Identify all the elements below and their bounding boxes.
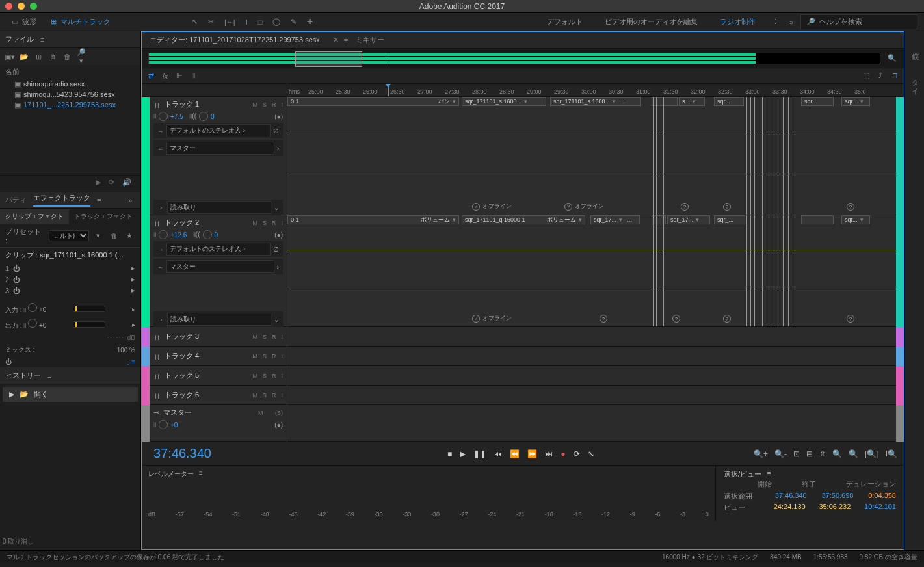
workspace-video[interactable]: ビデオ用のオーディオを編集 <box>596 17 707 27</box>
file-row[interactable]: shimoqu...5423.954756.sesx <box>0 89 140 99</box>
clip[interactable]: sqr... <box>841 97 870 106</box>
right-tab-create[interactable]: 作成 <box>905 43 924 51</box>
clip[interactable]: sqr_171101_s 1600... <box>462 97 546 106</box>
track-lane-6[interactable] <box>287 386 896 405</box>
monitor-btn[interactable]: I <box>281 101 283 108</box>
view-dur[interactable]: 10:42.101 <box>864 503 896 512</box>
upload-icon[interactable]: ⤴ <box>875 72 886 80</box>
clip[interactable]: sqr_171101_s 1600... … <box>550 97 641 106</box>
files-column-name[interactable]: 名前 <box>0 65 140 79</box>
sel-end[interactable]: 37:50.698 <box>821 492 853 501</box>
lasso-tool-icon[interactable]: ◯ <box>269 18 284 26</box>
view-start[interactable]: 24:24.130 <box>774 503 806 512</box>
move-tool-icon[interactable]: ↖ <box>189 18 201 26</box>
track1-output[interactable]: マスター› <box>153 140 283 156</box>
track-lane-2[interactable]: 0 1ボリューム sqr_171101_q 16000 1ボリューム sqr_1… <box>287 215 896 327</box>
clip[interactable]: 0 1パン <box>287 97 459 106</box>
view-end[interactable]: 35:06.232 <box>819 503 851 512</box>
close-file-icon[interactable]: 🗎 <box>47 53 59 60</box>
open-file-icon[interactable]: 📂 <box>18 53 30 61</box>
preset-select[interactable]: ...ルト) <box>49 230 89 241</box>
heal-tool-icon[interactable]: ✚ <box>304 18 316 26</box>
sel-start[interactable]: 37:46.340 <box>775 492 807 501</box>
zoom-in-h-icon[interactable]: 🔍+ <box>754 449 768 458</box>
zoom-sel-icon[interactable]: ⊟ <box>806 449 813 458</box>
view-multitrack[interactable]: ⊞マルチトラック <box>46 15 116 29</box>
track1-automation[interactable]: ›読み取り⌄ <box>153 200 283 215</box>
forward-btn[interactable]: ⏩ <box>527 449 537 458</box>
level-menu-icon[interactable] <box>199 469 203 479</box>
razor-tool-icon[interactable]: ✂ <box>205 18 217 26</box>
effect-slot[interactable]: 3⏻▸ <box>0 285 140 296</box>
record-btn[interactable]: ● <box>561 449 565 458</box>
help-search[interactable]: 🔎 ヘルプを検索 <box>800 14 917 29</box>
snap-icon[interactable]: ⊓ <box>890 72 900 80</box>
workspace-radio[interactable]: ラジオ制作 <box>711 17 765 27</box>
track-grip-icon[interactable]: ⫼ <box>153 101 161 109</box>
rewind-btn[interactable]: ⏪ <box>510 449 520 458</box>
stop-btn[interactable]: ■ <box>447 449 452 458</box>
clip[interactable]: sqr... <box>841 215 870 224</box>
zoom-reset-icon[interactable]: I🔍 <box>886 449 897 458</box>
file-search-icon[interactable]: 🔎▾ <box>75 48 87 65</box>
master-volume[interactable]: +0 <box>170 421 178 429</box>
master-lane[interactable] <box>287 405 896 442</box>
track1-input[interactable]: デフォルトのステレオ入 ›∅ <box>153 123 283 138</box>
effectrack-more-icon[interactable]: » <box>125 196 135 204</box>
playhead[interactable] <box>388 84 389 96</box>
workspace-options-icon[interactable]: ⋮ <box>769 18 782 26</box>
eq-icon[interactable]: ⫴ <box>189 72 199 80</box>
marquee-tool-icon[interactable]: □ <box>255 18 266 26</box>
play-btn[interactable]: ▶ <box>460 449 466 458</box>
clip[interactable]: 0 1ボリューム <box>287 215 459 224</box>
track-lane-3[interactable] <box>287 327 896 347</box>
slip-tool-icon[interactable]: |↔| <box>221 18 239 26</box>
effect-slot[interactable]: 2⏻▸ <box>0 274 140 285</box>
inputs-icon[interactable]: ⇄ <box>146 72 156 80</box>
clip[interactable] <box>652 97 678 106</box>
right-tab-type[interactable]: タイ <box>905 70 924 95</box>
preset-fav-icon[interactable]: ★ <box>124 231 135 240</box>
zoom-fit-icon[interactable]: ⊡ <box>793 449 800 458</box>
zoom-all-icon[interactable]: [🔍] <box>865 449 879 458</box>
power-icon[interactable]: ⏻ <box>5 358 12 365</box>
sends-icon[interactable]: ⊩ <box>174 72 185 80</box>
fx-icon[interactable]: fx <box>160 72 170 80</box>
delete-icon[interactable]: 🗑 <box>61 53 73 60</box>
preset-delete-icon[interactable]: 🗑 <box>108 232 120 240</box>
clip[interactable] <box>801 215 834 224</box>
pause-btn[interactable]: ❚❚ <box>473 449 486 458</box>
zoom-in-v-icon[interactable]: 🔍 <box>832 449 842 458</box>
clip[interactable]: s... <box>679 97 705 106</box>
track2-input[interactable]: デフォルトのステレオ入 ›∅ <box>153 241 283 257</box>
clip[interactable]: sqr... <box>714 97 744 106</box>
new-file-icon[interactable]: ▣▾ <box>4 53 16 61</box>
selview-menu-icon[interactable] <box>767 469 771 479</box>
share-icon[interactable]: ⬚ <box>861 72 871 80</box>
timecode[interactable]: 37:46.340 <box>148 446 285 461</box>
track2-pan[interactable]: 0 <box>215 231 218 239</box>
list-icon[interactable]: ⋮≡ <box>125 358 135 365</box>
effect-slot[interactable]: 1⏻▸ <box>0 263 140 274</box>
overview-track[interactable] <box>148 53 880 64</box>
clip[interactable]: sqr_... <box>714 215 745 224</box>
track1-volume[interactable]: +7.5 <box>170 113 183 120</box>
clip[interactable]: sqr_17... <box>667 215 710 224</box>
minimize-window[interactable] <box>18 3 25 10</box>
go-end-btn[interactable]: ⏭ <box>545 449 553 458</box>
sel-dur[interactable]: 0:04.358 <box>868 492 896 501</box>
track2-volume[interactable]: +12.6 <box>170 231 187 239</box>
effectrack-menu-icon[interactable] <box>97 196 101 204</box>
track1-pan[interactable]: 0 <box>211 113 215 120</box>
file-row[interactable]: 171101_...2251.299753.sesx <box>0 99 140 110</box>
track-lane-1[interactable]: 0 1パン sqr_171101_s 1600... sqr_171101_s … <box>287 97 896 215</box>
file-row[interactable]: shimoquiradio.sesx <box>0 79 140 89</box>
track-lane-4[interactable] <box>287 347 896 366</box>
brush-tool-icon[interactable]: ✎ <box>287 18 300 26</box>
go-start-btn[interactable]: ⏮ <box>494 449 502 458</box>
play-icon[interactable]: ▶ <box>96 178 101 189</box>
autoplay-icon[interactable]: 🔊 <box>122 178 131 189</box>
zoom-v-icon[interactable]: ⇳ <box>819 449 826 458</box>
insert-icon[interactable]: ⊞ <box>33 53 44 61</box>
tab-track-effects[interactable]: トラックエフェクト <box>69 209 138 224</box>
